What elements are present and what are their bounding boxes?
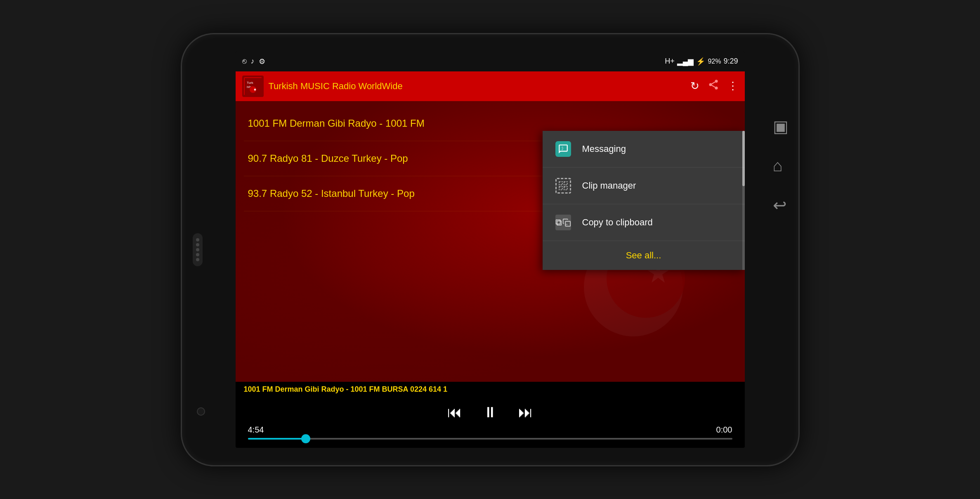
- svg-point-5: [715, 80, 718, 83]
- svg-text:∞: ∞: [565, 222, 567, 226]
- app-bar: Turk ish Turkish MUSIC Radio WorldWide ↻: [236, 71, 745, 101]
- progress-section: 4:54 0:00: [236, 425, 745, 448]
- scrollbar-thumb: [742, 131, 745, 187]
- copy-clipboard-icon-container: ∞: [554, 213, 572, 232]
- phone-screen: ⎋ ♪ ⚙ H+ ▂▄▆ ⚡ 92% 9:29: [236, 52, 745, 448]
- pause-button[interactable]: ⏸: [483, 404, 498, 421]
- previous-button[interactable]: ⏮: [447, 404, 462, 421]
- time-total: 0:00: [716, 425, 732, 435]
- status-bar-left: ⎋ ♪ ⚙: [242, 57, 265, 66]
- app-icon-inner: Turk ish: [244, 77, 262, 95]
- lightning-icon: ⚡: [696, 57, 705, 66]
- svg-rect-14: [559, 182, 562, 185]
- battery-indicator: 92%: [708, 58, 721, 65]
- svg-line-8: [712, 85, 715, 88]
- app-main: 1001 FM Derman Gibi Radyo - 1001 FM 90.7…: [236, 101, 745, 448]
- phone-device: ▣ ⌂ ↩ ⎋ ♪ ⚙ H+ ▂▄▆ ⚡ 92% 9:29: [181, 33, 800, 466]
- see-all-label: See all...: [626, 250, 661, 261]
- recent-apps-hw-btn[interactable]: ▣: [773, 117, 789, 136]
- music-icon: ♪: [251, 57, 255, 66]
- dropdown-menu: :) Messaging: [543, 131, 745, 270]
- clip-manager-icon: [555, 178, 571, 194]
- progress-fill: [248, 438, 306, 440]
- refresh-button[interactable]: ↻: [690, 80, 699, 92]
- more-options-button[interactable]: ⋮: [727, 80, 738, 92]
- status-bar-right: H+ ▂▄▆ ⚡ 92% 9:29: [665, 57, 738, 66]
- svg-rect-16: [559, 187, 562, 190]
- clip-manager-label: Clip manager: [582, 180, 636, 191]
- messaging-icon: :): [555, 141, 571, 157]
- left-speaker: [193, 233, 203, 266]
- messaging-icon-container: :): [554, 140, 572, 158]
- copy-clipboard-icon: ∞: [555, 215, 571, 230]
- clock: 9:29: [723, 57, 738, 66]
- app-bar-actions: ↻ ⋮: [690, 79, 738, 93]
- clip-manager-menu-item[interactable]: Clip manager: [543, 168, 745, 204]
- status-bar: ⎋ ♪ ⚙ H+ ▂▄▆ ⚡ 92% 9:29: [236, 52, 745, 71]
- svg-point-7: [715, 87, 718, 90]
- ticker-bar: 1001 FM Derman Gibi Radyo - 1001 FM BURS…: [236, 382, 745, 397]
- usb-icon: ⎋: [242, 57, 247, 66]
- svg-line-9: [712, 82, 715, 84]
- time-current: 4:54: [248, 425, 264, 435]
- signal-bars-icon: ▂▄▆: [677, 57, 694, 66]
- camera: [197, 407, 205, 416]
- svg-rect-15: [564, 182, 567, 185]
- messaging-menu-item[interactable]: :) Messaging: [543, 131, 745, 168]
- clip-manager-icon-container: [554, 177, 572, 195]
- time-labels: 4:54 0:00: [248, 425, 732, 435]
- svg-rect-17: [564, 187, 567, 190]
- hardware-nav-buttons: ▣ ⌂ ↩: [773, 117, 789, 215]
- progress-thumb[interactable]: [301, 434, 310, 443]
- see-all-menu-item[interactable]: See all...: [543, 241, 745, 270]
- scrollbar: [742, 131, 745, 270]
- svg-point-6: [709, 83, 712, 86]
- svg-text::): :): [561, 146, 563, 150]
- next-button[interactable]: ⏭: [518, 404, 533, 421]
- signal-type: H+: [665, 57, 675, 66]
- copy-clipboard-menu-item[interactable]: ∞ Copy to clipboard: [543, 204, 745, 241]
- back-hw-btn[interactable]: ↩: [773, 196, 789, 215]
- player-controls: ⏮ ⏸ ⏭: [236, 397, 745, 425]
- app-icon: Turk ish: [242, 76, 264, 97]
- messaging-label: Messaging: [582, 144, 626, 154]
- app-title: Turkish MUSIC Radio WorldWide: [269, 81, 685, 92]
- home-hw-btn[interactable]: ⌂: [773, 156, 789, 175]
- content-area: 1001 FM Derman Gibi Radyo - 1001 FM 90.7…: [236, 101, 745, 382]
- progress-bar[interactable]: [248, 438, 732, 440]
- svg-text:Turk: Turk: [247, 81, 254, 85]
- android-icon: ⚙: [259, 57, 265, 66]
- ticker-text: 1001 FM Derman Gibi Radyo - 1001 FM BURS…: [244, 385, 448, 393]
- battery-percent: 92%: [708, 58, 721, 65]
- share-button[interactable]: [708, 79, 719, 93]
- copy-clipboard-label: Copy to clipboard: [582, 217, 653, 228]
